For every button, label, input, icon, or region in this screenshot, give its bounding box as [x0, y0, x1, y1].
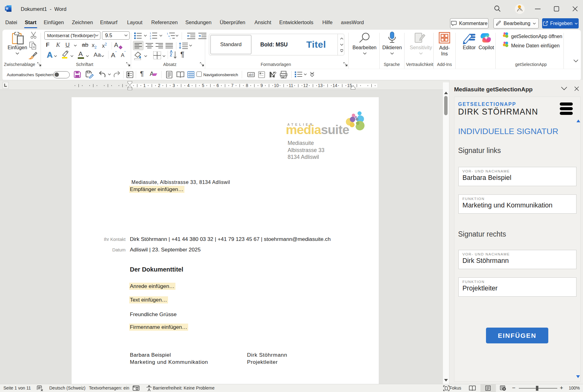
svg-text:8: 8 — [246, 83, 248, 88]
svg-text:W: W — [6, 7, 9, 10]
svg-text:2: 2 — [158, 83, 161, 88]
svg-text:10: 10 — [274, 83, 279, 88]
svg-text:13: 13 — [318, 83, 323, 88]
svg-text:9: 9 — [260, 83, 263, 88]
svg-text:i: i — [170, 37, 170, 39]
svg-text:1: 1 — [143, 83, 146, 88]
svg-text:1: 1 — [150, 32, 151, 35]
svg-text:ab: ab — [249, 73, 252, 76]
svg-text:3: 3 — [150, 37, 151, 39]
svg-text:3: 3 — [173, 83, 175, 88]
svg-text:5: 5 — [202, 83, 204, 88]
svg-text:12: 12 — [303, 83, 308, 88]
svg-text:4: 4 — [187, 83, 190, 88]
svg-text:7: 7 — [231, 83, 234, 88]
svg-text:6: 6 — [217, 83, 219, 88]
svg-text:11: 11 — [289, 83, 293, 88]
svg-text:14: 14 — [333, 83, 338, 88]
